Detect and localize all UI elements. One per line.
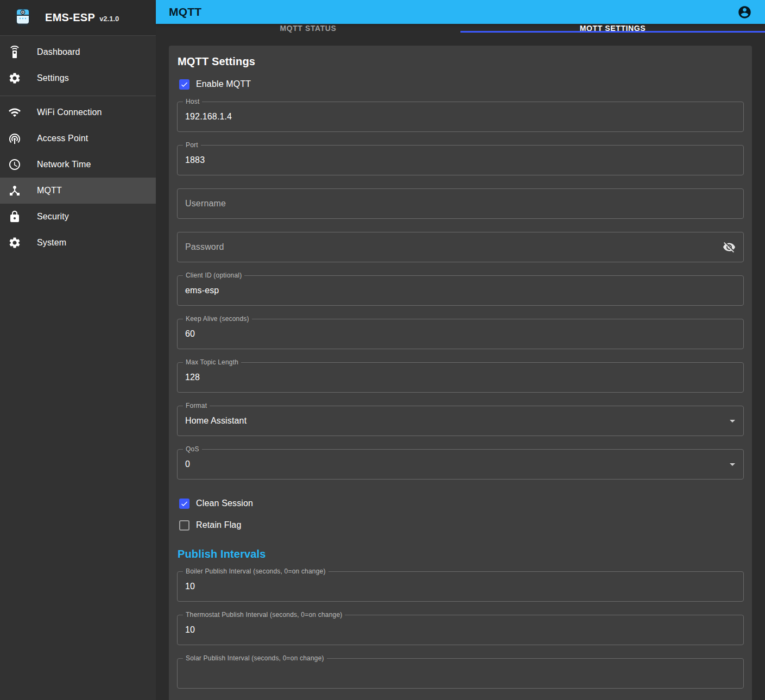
tab-mqtt-settings[interactable]: MQTT SETTINGS	[460, 24, 765, 33]
retain-flag-checkbox[interactable]: Retain Flag	[177, 514, 744, 536]
app-root: EMS-ESP v2.1.0 Dashboard Settings WiFi C…	[0, 0, 765, 700]
port-field: Port	[177, 145, 744, 175]
tabbar: MQTT STATUS MQTT SETTINGS	[156, 24, 765, 33]
checkbox-label: Clean Session	[196, 499, 253, 508]
sidebar-item-mqtt[interactable]: MQTT	[0, 178, 156, 204]
tab-indicator	[460, 31, 765, 33]
tab-label: MQTT STATUS	[280, 24, 336, 33]
card-title: MQTT Settings	[178, 55, 744, 68]
account-button[interactable]	[732, 0, 756, 24]
main-area: MQTT MQTT STATUS MQTT SETTINGS MQTT Sett…	[156, 0, 765, 700]
field-label: Client ID (optional)	[183, 272, 244, 279]
field-label: Solar Publish Interval (seconds, 0=on ch…	[183, 654, 327, 662]
solar-publish-interval-field: Solar Publish Interval (seconds, 0=on ch…	[177, 658, 744, 689]
field-label: Host	[183, 98, 202, 105]
sidebar: EMS-ESP v2.1.0 Dashboard Settings WiFi C…	[0, 0, 156, 700]
username-field	[177, 188, 744, 219]
keep-alive-input[interactable]	[178, 319, 743, 349]
field-label: Port	[183, 141, 201, 149]
chevron-down-icon	[726, 458, 739, 471]
host-field: Host	[177, 102, 744, 132]
sidebar-item-settings[interactable]: Settings	[0, 65, 156, 91]
gear-icon	[8, 236, 21, 249]
checkbox-icon	[179, 520, 189, 531]
host-input[interactable]	[178, 102, 743, 131]
sidebar-item-label: Security	[37, 212, 69, 222]
account-circle-icon	[737, 5, 752, 20]
sidebar-header: EMS-ESP v2.1.0	[0, 0, 156, 36]
visibility-off-icon	[723, 241, 736, 254]
sidebar-item-dashboard[interactable]: Dashboard	[0, 39, 156, 65]
app-version: v2.1.0	[99, 15, 119, 23]
field-label: Format	[183, 402, 210, 409]
field-label: Keep Alive (seconds)	[183, 315, 252, 323]
solar-publish-interval-input[interactable]	[178, 659, 743, 688]
sidebar-item-label: Access Point	[37, 134, 88, 143]
sidebar-item-label: Settings	[37, 73, 69, 83]
sidebar-item-security[interactable]: Security	[0, 204, 156, 230]
publish-intervals-title: Publish Intervals	[178, 548, 744, 560]
checkbox-label: Enable MQTT	[196, 79, 251, 89]
sidebar-item-label: MQTT	[37, 186, 62, 196]
sidebar-config-group: WiFi Connection Access Point Network Tim…	[0, 96, 156, 260]
max-topic-length-input[interactable]	[178, 363, 743, 392]
qos-select-value: 0	[178, 459, 198, 469]
sidebar-item-network-time[interactable]: Network Time	[0, 152, 156, 178]
wifi-tethering-icon	[8, 132, 21, 145]
format-select-value: Home Assistant	[178, 416, 254, 426]
enable-mqtt-checkbox[interactable]: Enable MQTT	[177, 73, 744, 95]
appbar: MQTT	[156, 0, 765, 24]
field-label: Max Topic Length	[183, 358, 241, 366]
toggle-password-visibility-button[interactable]	[719, 237, 739, 257]
clean-session-checkbox[interactable]: Clean Session	[177, 493, 744, 514]
sidebar-primary-group: Dashboard Settings	[0, 36, 156, 96]
qos-select[interactable]: QoS 0	[177, 449, 744, 480]
thermostat-publish-interval-field: Thermostat Publish Interval (seconds, 0=…	[177, 615, 744, 645]
password-input[interactable]	[178, 232, 743, 262]
clock-icon	[8, 158, 21, 171]
settings-remote-icon	[8, 46, 21, 59]
sidebar-item-label: System	[37, 238, 66, 248]
wifi-icon	[8, 106, 21, 119]
app-title: EMS-ESP	[45, 11, 95, 24]
gear-icon	[8, 72, 21, 85]
max-topic-length-field: Max Topic Length	[177, 362, 744, 393]
client-id-input[interactable]	[178, 276, 743, 305]
mqtt-settings-card: MQTT Settings Enable MQTT Host Port	[169, 46, 752, 700]
port-input[interactable]	[178, 146, 743, 175]
sidebar-item-access-point[interactable]: Access Point	[0, 125, 156, 152]
chevron-down-icon	[726, 414, 739, 427]
device-hub-icon	[8, 184, 21, 197]
sidebar-item-label: Dashboard	[37, 47, 80, 57]
field-label: Thermostat Publish Interval (seconds, 0=…	[183, 611, 345, 619]
format-select[interactable]: Format Home Assistant	[177, 406, 744, 436]
boiler-publish-interval-input[interactable]	[178, 572, 743, 601]
page-title: MQTT	[169, 5, 732, 18]
keep-alive-field: Keep Alive (seconds)	[177, 319, 744, 349]
password-field	[177, 232, 744, 262]
sidebar-item-wifi-connection[interactable]: WiFi Connection	[0, 99, 156, 125]
checkbox-icon	[179, 499, 189, 509]
boiler-logo-icon	[15, 8, 31, 28]
field-label: Boiler Publish Interval (seconds, 0=on c…	[183, 567, 328, 575]
client-id-field: Client ID (optional)	[177, 275, 744, 306]
sidebar-item-label: WiFi Connection	[37, 108, 102, 117]
sidebar-item-label: Network Time	[37, 160, 91, 169]
boiler-publish-interval-field: Boiler Publish Interval (seconds, 0=on c…	[177, 571, 744, 602]
tab-mqtt-status[interactable]: MQTT STATUS	[156, 24, 460, 33]
checkbox-icon	[179, 79, 189, 90]
username-input[interactable]	[178, 189, 743, 218]
sidebar-item-system[interactable]: System	[0, 230, 156, 256]
lock-icon	[8, 210, 21, 223]
checkbox-label: Retain Flag	[196, 520, 241, 530]
field-label: QoS	[183, 445, 202, 453]
thermostat-publish-interval-input[interactable]	[178, 615, 743, 645]
